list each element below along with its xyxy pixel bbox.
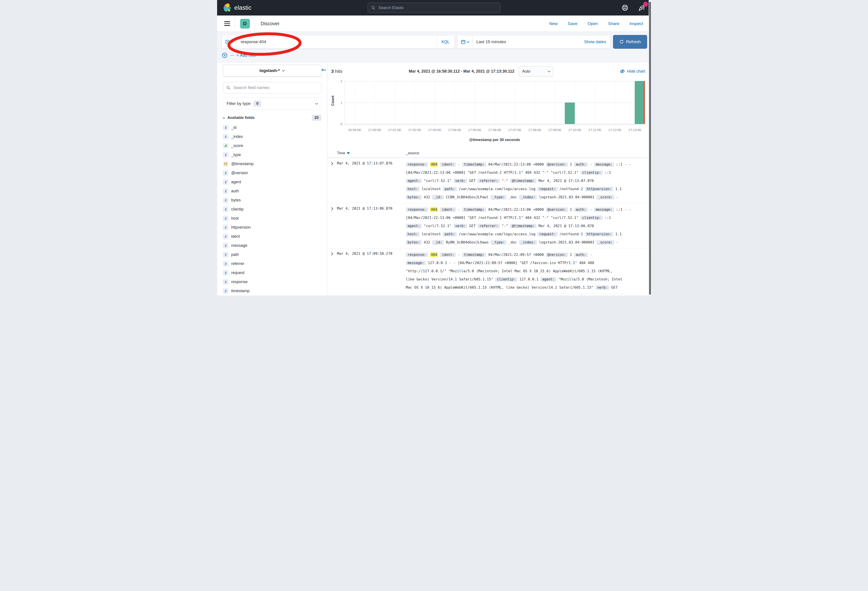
global-search-box[interactable] (368, 3, 500, 13)
x-tick-label: 17:12:00 (608, 128, 621, 132)
field-value: - (590, 207, 592, 211)
new-button[interactable]: New (549, 21, 558, 26)
field-pill: host: (406, 232, 420, 236)
histogram-bar[interactable] (635, 81, 645, 124)
field-pill: message: (594, 207, 614, 212)
field-item-_id[interactable]: t_id (223, 123, 321, 132)
time-range-value[interactable]: Last 15 minutes (472, 39, 584, 44)
share-button[interactable]: Share (608, 21, 620, 26)
discover-app-badge[interactable]: D (240, 19, 250, 28)
x-tick-label: 17:11:00 (589, 128, 601, 132)
field-pill: path: (443, 187, 457, 191)
field-item-_index[interactable]: t_index (223, 132, 321, 141)
filter-by-type-select[interactable]: Filter by type 0 (223, 98, 321, 110)
field-item-_type[interactable]: t_type (223, 150, 321, 160)
inspect-button[interactable]: Inspect (629, 21, 643, 26)
field-pill: bytes: (406, 195, 422, 199)
news-party-icon[interactable] (638, 4, 645, 12)
axis-tick (615, 124, 615, 126)
doc-source: response:404ident:-timestamp:04/Mar/2021… (406, 251, 648, 291)
query-language-button[interactable]: KQL (437, 35, 455, 49)
date-picker: Last 15 minutes Show dates (457, 35, 610, 49)
sort-desc-icon (347, 152, 350, 154)
open-button[interactable]: Open (588, 21, 598, 26)
field-pill: request: (537, 187, 558, 191)
scrollbar-thumb[interactable] (649, 2, 651, 295)
field-value: 1 (570, 207, 572, 211)
field-item-timestamp[interactable]: ttimestamp (223, 287, 321, 296)
field-search-box[interactable] (223, 82, 321, 93)
saved-query-menu-button[interactable] (222, 35, 237, 49)
field-pill: _type: (490, 195, 506, 199)
field-item-@timestamp[interactable]: @timestamp (223, 160, 321, 168)
source-line: host:localhostpath:/var/www/example.com/… (406, 185, 648, 193)
add-filter-button[interactable]: + Add filter (236, 53, 257, 58)
field-item-host[interactable]: thost (223, 214, 321, 223)
field-value: /var/www/example.com/logs/access.log (459, 187, 536, 191)
expand-row-icon[interactable] (330, 162, 333, 165)
field-value: Mar 4, 2021 @ 17:13:07.876 (539, 179, 594, 183)
field-pill: verb: (595, 285, 609, 290)
field-value: 04/Mar/2021:22:09:57 +0000 (488, 253, 543, 257)
field-name: referrer (231, 262, 244, 266)
field-value: Mac OS X 10_15_6) AppleWebKit/605.1.15 (… (406, 285, 593, 290)
show-dates-button[interactable]: Show dates (584, 39, 610, 44)
global-search-input[interactable] (378, 6, 500, 10)
elastic-brand[interactable]: elastic (217, 3, 252, 12)
field-pill: agent: (540, 277, 557, 282)
x-tick-label: 17:01:00 (388, 128, 401, 132)
field-value: - (616, 240, 619, 244)
field-item-ident[interactable]: tident (223, 232, 321, 241)
query-input[interactable]: response:404 (237, 39, 437, 44)
help-icon[interactable] (621, 4, 629, 11)
refresh-button[interactable]: Refresh (613, 35, 647, 49)
field-item-response[interactable]: tresponse (223, 277, 321, 287)
hide-chart-button[interactable]: Hide chart (620, 69, 645, 74)
field-type-icon: t (223, 288, 229, 294)
save-button[interactable]: Save (568, 21, 577, 26)
field-name: message (231, 243, 247, 248)
field-item-clientip[interactable]: tclientip (223, 205, 321, 214)
field-pill: _score: (596, 195, 614, 199)
collapse-sidebar-icon[interactable]: ⇐ (321, 67, 326, 72)
interval-select[interactable]: Auto (519, 66, 553, 76)
field-item-auth[interactable]: tauth (223, 186, 321, 196)
histogram-bar[interactable] (565, 102, 575, 124)
field-value: _doc (508, 240, 517, 244)
available-fields-header[interactable]: Available fields 20 (223, 115, 321, 121)
expand-row-icon[interactable] (330, 207, 333, 210)
field-value: ::1 (605, 170, 611, 174)
calendar-menu-button[interactable] (458, 35, 472, 49)
field-value: logstash-2021.03.04-000001 (539, 195, 594, 199)
field-item-path[interactable]: tpath (223, 250, 321, 259)
source-line: agent:"curl/7.52.1"verb:GETreferrer:"-"@… (406, 177, 648, 185)
axis-tick (475, 124, 475, 126)
field-item-agent[interactable]: tagent (223, 177, 321, 186)
field-item-message[interactable]: tmessage (223, 241, 321, 250)
gridline (395, 81, 395, 124)
time-column-header[interactable]: Time (337, 151, 350, 155)
field-value: 04/Mar/2021:22:13:06 +0000 (488, 207, 543, 211)
field-item-httpversion[interactable]: thttpversion (223, 223, 321, 232)
field-item-request[interactable]: trequest (223, 268, 321, 277)
plot-area[interactable] (345, 81, 645, 124)
filter-icon[interactable] (221, 52, 228, 58)
field-pill: httpversion: (585, 187, 613, 191)
expand-row-icon[interactable] (330, 252, 333, 256)
field-item-referrer[interactable]: treferrer (223, 259, 321, 268)
field-pill: _id: (432, 240, 444, 245)
kibana-discover-page: elastic (217, 0, 651, 296)
field-item-_score[interactable]: #_score (223, 141, 321, 150)
index-pattern-select[interactable]: logstash-* (223, 65, 321, 77)
vertical-scrollbar[interactable] (649, 0, 651, 296)
field-item-bytes[interactable]: tbytes (223, 196, 321, 205)
x-tick-label: 17:05:00 (468, 128, 481, 132)
chevron-down-icon (548, 69, 551, 72)
field-item-@version[interactable]: t@version (223, 168, 321, 177)
field-search-input[interactable] (233, 85, 321, 90)
menu-hamburger-icon[interactable] (224, 21, 230, 26)
field-pill: timestamp: (462, 253, 486, 257)
x-tick-label: 17:02:00 (408, 128, 421, 132)
field-name: httpversion (231, 225, 251, 230)
table-row: Mar 4, 2021 @ 17:13:06.870response:404id… (327, 203, 651, 248)
